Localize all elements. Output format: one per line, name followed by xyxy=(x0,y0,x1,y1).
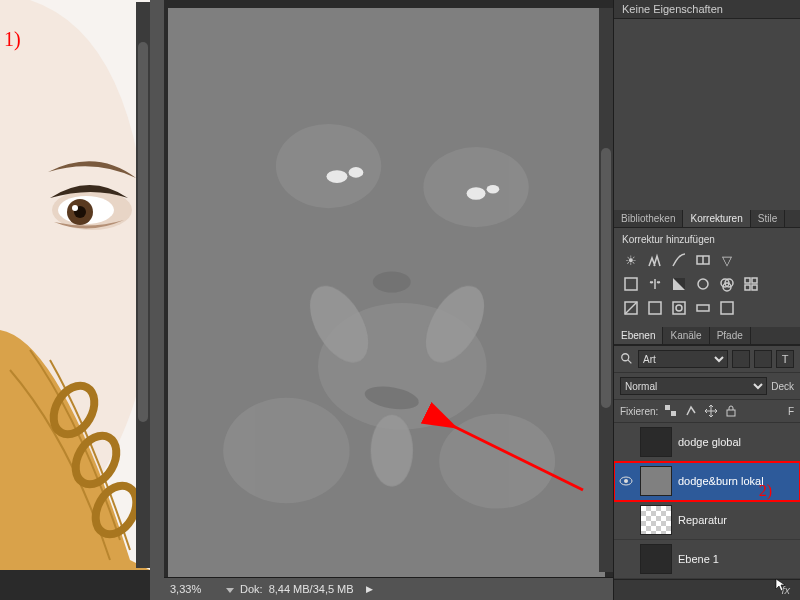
svg-point-28 xyxy=(698,279,708,289)
selective-color-icon[interactable] xyxy=(718,299,736,317)
svg-rect-33 xyxy=(752,278,757,283)
photo-filter-icon[interactable] xyxy=(694,275,712,293)
layers-panel: Art T Normal Deck Fixieren: F xyxy=(614,345,800,600)
annotation-1: 1) xyxy=(4,28,21,51)
exposure-icon[interactable] xyxy=(694,251,712,269)
layer-name[interactable]: Ebene 1 xyxy=(678,553,719,565)
filter-pixel-icon[interactable] xyxy=(732,350,750,368)
layer-row[interactable]: dodge global xyxy=(614,423,800,462)
scrollbar-1-thumb[interactable] xyxy=(138,42,148,422)
blend-mode-select[interactable]: Normal xyxy=(620,377,767,395)
eye-icon xyxy=(619,476,633,486)
threshold-icon[interactable] xyxy=(670,299,688,317)
chevron-down-icon[interactable] xyxy=(226,588,234,593)
levels-icon[interactable] xyxy=(646,251,664,269)
svg-rect-44 xyxy=(665,405,670,410)
svg-rect-38 xyxy=(673,302,685,314)
tab-styles[interactable]: Stile xyxy=(751,210,785,227)
tab-corrections[interactable]: Korrekturen xyxy=(683,210,750,227)
lock-position-icon[interactable] xyxy=(704,404,718,418)
channel-mixer-icon[interactable] xyxy=(718,275,736,293)
lock-row: Fixieren: F xyxy=(614,400,800,423)
balance-icon[interactable] xyxy=(646,275,664,293)
posterize-icon[interactable] xyxy=(646,299,664,317)
fill-label[interactable]: F xyxy=(788,406,794,417)
layer-thumb[interactable] xyxy=(640,427,672,457)
svg-point-48 xyxy=(624,479,628,483)
scrollbar-1[interactable] xyxy=(136,2,150,568)
document-view-2[interactable]: 3,33% Dok: 8,44 MB/34,5 MB ▶ xyxy=(164,0,613,600)
visibility-toggle[interactable] xyxy=(618,551,634,567)
svg-rect-40 xyxy=(697,305,709,311)
filter-adjust-icon[interactable] xyxy=(754,350,772,368)
lock-pixels-icon[interactable] xyxy=(684,404,698,418)
svg-rect-41 xyxy=(721,302,733,314)
lookup-icon[interactable] xyxy=(742,275,760,293)
properties-panel: Keine Eigenschaften xyxy=(614,0,800,210)
layer-row[interactable]: Ebene 1 xyxy=(614,540,800,579)
tab-paths[interactable]: Pfade xyxy=(710,327,751,344)
svg-rect-26 xyxy=(625,278,637,290)
adjustments-tabrow: Bibliotheken Korrekturen Stile xyxy=(614,210,800,228)
layer-list[interactable]: dodge global dodge&burn lokal Reparatur xyxy=(614,423,800,579)
layer-thumb[interactable] xyxy=(640,466,672,496)
layer-thumb[interactable] xyxy=(640,505,672,535)
svg-rect-46 xyxy=(727,410,735,416)
visibility-toggle[interactable] xyxy=(618,473,634,489)
dodge-burn-canvas xyxy=(168,8,605,577)
opacity-label[interactable]: Deck xyxy=(771,381,794,392)
curves-icon[interactable] xyxy=(670,251,688,269)
tab-channels[interactable]: Kanäle xyxy=(663,327,709,344)
vibrance-icon[interactable]: ▽ xyxy=(718,251,736,269)
zoom-field[interactable]: 3,33% xyxy=(170,583,222,595)
visibility-toggle[interactable] xyxy=(618,512,634,528)
svg-point-10 xyxy=(276,124,381,208)
play-icon[interactable]: ▶ xyxy=(366,584,373,594)
layer-thumb[interactable] xyxy=(640,544,672,574)
cursor-pointer-icon xyxy=(774,578,788,579)
canvas-2[interactable] xyxy=(168,8,605,577)
svg-point-19 xyxy=(467,187,486,200)
brightness-icon[interactable]: ☀ xyxy=(622,251,640,269)
document-area: 1) xyxy=(0,0,613,600)
filter-type-icon[interactable]: T xyxy=(776,350,794,368)
svg-rect-35 xyxy=(752,285,757,290)
bw-icon[interactable] xyxy=(670,275,688,293)
visibility-toggle[interactable] xyxy=(618,434,634,450)
status-bar: 3,33% Dok: 8,44 MB/34,5 MB ▶ xyxy=(164,577,613,600)
svg-point-23 xyxy=(371,415,413,487)
hue-icon[interactable] xyxy=(622,275,640,293)
svg-point-39 xyxy=(676,305,682,311)
lock-label: Fixieren: xyxy=(620,406,658,417)
layer-row[interactable]: Reparatur xyxy=(614,501,800,540)
scrollbar-2-thumb[interactable] xyxy=(601,148,611,408)
svg-rect-32 xyxy=(745,278,750,283)
filter-kind-select[interactable]: Art xyxy=(638,350,728,368)
document-view-1[interactable]: 1) xyxy=(0,0,150,570)
panels-column: Keine Eigenschaften Bibliotheken Korrekt… xyxy=(613,0,800,600)
svg-point-42 xyxy=(622,354,629,361)
tab-layers[interactable]: Ebenen xyxy=(614,327,663,344)
canvas-1[interactable] xyxy=(0,0,150,570)
layers-tabrow: Ebenen Kanäle Pfade xyxy=(614,327,800,345)
lock-all-icon[interactable] xyxy=(724,404,738,418)
svg-rect-34 xyxy=(745,285,750,290)
layer-name[interactable]: dodge global xyxy=(678,436,741,448)
svg-line-43 xyxy=(628,360,632,364)
view-divider[interactable] xyxy=(150,0,164,600)
doc-size-value: 8,44 MB/34,5 MB xyxy=(269,583,354,595)
tab-libraries[interactable]: Bibliotheken xyxy=(614,210,683,227)
layer-name[interactable]: Reparatur xyxy=(678,514,727,526)
app-root: 1) xyxy=(0,0,800,600)
svg-point-13 xyxy=(223,398,349,503)
lock-transparent-icon[interactable] xyxy=(664,404,678,418)
gradient-map-icon[interactable] xyxy=(694,299,712,317)
layer-filter-row: Art T xyxy=(614,346,800,373)
svg-rect-45 xyxy=(671,411,676,416)
svg-point-18 xyxy=(349,167,364,178)
scrollbar-2[interactable] xyxy=(599,8,613,572)
invert-icon[interactable] xyxy=(622,299,640,317)
svg-point-14 xyxy=(439,414,555,509)
layer-name[interactable]: dodge&burn lokal xyxy=(678,475,764,487)
layer-row[interactable]: dodge&burn lokal xyxy=(614,462,800,501)
